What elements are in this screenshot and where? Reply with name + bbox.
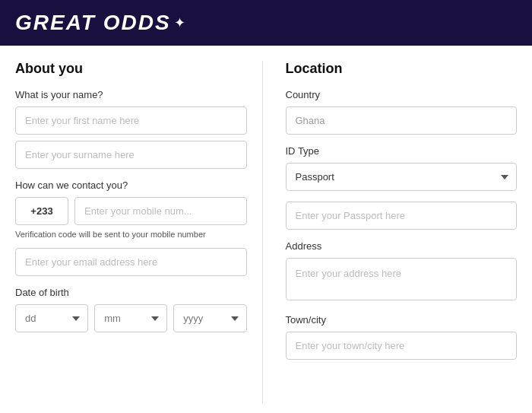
dob-label: Date of birth [15,287,247,298]
town-group: Town/city [286,314,518,360]
id-type-group: ID Type Passport National ID Driver's Li… [286,145,518,191]
dob-day-select[interactable]: dd [15,304,88,332]
surname-input[interactable] [15,141,247,169]
address-input[interactable] [286,258,518,300]
dob-row: dd mm yyyy [15,304,247,332]
town-input[interactable] [286,332,518,360]
country-label: Country [286,89,518,100]
logo-star: ✦ [174,14,185,31]
phone-code: +233 [15,197,68,225]
passport-input[interactable] [286,202,518,230]
town-label: Town/city [286,314,518,326]
dob-group: Date of birth dd mm yyyy [15,287,247,332]
name-group: What is your name? [15,89,247,169]
verification-note: Verification code will be sent to your m… [15,230,247,239]
country-input[interactable] [286,106,518,135]
name-label: What is your name? [15,89,247,100]
email-input[interactable] [15,248,247,276]
contact-group: How can we contact you? +233 Verificatio… [15,179,247,276]
location-title: Location [286,61,518,77]
id-type-select[interactable]: Passport National ID Driver's License [286,163,518,191]
logo-text: GREAT ODDS [15,11,171,35]
passport-group [286,202,518,230]
about-you-title: About you [15,61,247,77]
contact-label: How can we contact you? [15,179,247,191]
right-panel: Location Country ID Type Passport Nation… [278,61,518,403]
dob-month-select[interactable]: mm [94,304,167,332]
site-header: GREAT ODDS✦ [0,0,532,46]
phone-input[interactable] [74,197,247,225]
first-name-input[interactable] [15,106,247,135]
phone-row: +233 [15,197,247,225]
left-panel: About you What is your name? How can we … [15,61,263,403]
address-group: Address [286,240,518,303]
id-type-label: ID Type [286,145,518,157]
main-content: About you What is your name? How can we … [0,46,532,413]
country-group: Country [286,89,518,135]
dob-year-select[interactable]: yyyy [173,304,246,332]
address-label: Address [286,240,518,252]
